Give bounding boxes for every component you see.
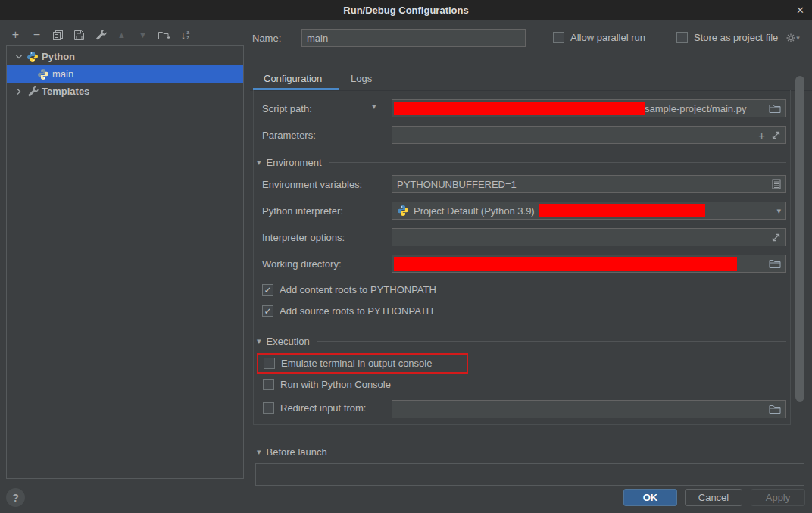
python-interpreter-value: Project Default (Python 3.9) — [414, 205, 535, 217]
dropdown-arrow-icon[interactable]: ▾ — [776, 206, 781, 216]
minus-icon: − — [33, 29, 40, 41]
add-source-roots-label: Add source roots to PYTHONPATH — [280, 305, 433, 317]
python-icon — [397, 205, 409, 217]
question-mark-icon: ? — [12, 492, 19, 504]
add-content-roots-label: Add content roots to PYTHONPATH — [280, 284, 436, 296]
plus-icon: + — [12, 29, 19, 41]
save-configuration-button[interactable] — [73, 28, 86, 42]
redirect-input-path-input[interactable] — [392, 400, 786, 418]
environment-variables-value: PYTHONUNBUFFERED=1 — [397, 179, 517, 190]
help-button[interactable]: ? — [6, 488, 25, 507]
sort-az-icon: ↓ az — [181, 30, 189, 40]
tree-item-label: Python — [42, 51, 75, 62]
close-icon[interactable]: ✕ — [796, 0, 804, 20]
add-macro-icon[interactable]: + — [758, 129, 765, 142]
execution-section-label: Execution — [267, 336, 310, 347]
script-path-dropdown-icon[interactable]: ▾ — [372, 102, 376, 111]
arrow-up-icon: ▲ — [117, 31, 126, 39]
vertical-scrollbar[interactable] — [795, 76, 804, 402]
redaction-overlay — [394, 257, 737, 271]
checkbox-unchecked[interactable] — [676, 32, 688, 43]
checkbox-unchecked[interactable] — [263, 379, 274, 390]
before-launch-panel[interactable] — [255, 463, 804, 486]
expand-icon[interactable] — [771, 130, 781, 140]
edit-variables-icon[interactable] — [772, 179, 781, 189]
ok-button[interactable]: OK — [623, 489, 677, 506]
title-bar: Run/Debug Configurations ✕ — [0, 0, 812, 20]
check-icon: ✓ — [264, 285, 271, 296]
tree-item-main[interactable]: main — [7, 65, 243, 83]
name-value: main — [307, 33, 328, 44]
checkbox-unchecked[interactable] — [553, 32, 564, 43]
highlight-annotation: Emulate terminal in output console — [257, 353, 468, 374]
name-input[interactable]: main — [301, 29, 526, 47]
apply-button-label: Apply — [766, 492, 791, 503]
section-divider — [317, 341, 786, 342]
store-as-project-file-checkbox-row[interactable]: Store as project file ▾ — [676, 32, 800, 43]
move-down-button[interactable]: ▼ — [136, 28, 149, 42]
chevron-right-icon — [14, 87, 23, 96]
tree-item-label: Templates — [42, 86, 89, 97]
tab-configuration[interactable]: Configuration — [264, 73, 322, 84]
interpreter-options-input[interactable] — [392, 228, 786, 246]
script-path-value: sample-project/main.py — [645, 103, 746, 114]
working-directory-label: Working directory: — [262, 258, 342, 270]
configurations-tree: Python main Templates — [6, 45, 244, 479]
tree-item-python[interactable]: Python — [7, 48, 243, 65]
environment-section-header[interactable]: ▾ Environment — [257, 157, 786, 168]
tree-item-label: main — [52, 68, 73, 80]
edit-templates-button[interactable] — [94, 28, 107, 42]
execution-section-header[interactable]: ▾ Execution — [257, 336, 786, 347]
collapse-arrow-icon: ▾ — [257, 336, 261, 346]
run-python-console-label: Run with Python Console — [280, 379, 391, 390]
list-glyph — [772, 179, 781, 189]
python-icon — [27, 51, 39, 63]
add-content-roots-checkbox-row[interactable]: ✓ Add content roots to PYTHONPATH — [262, 284, 436, 296]
browse-folder-icon[interactable] — [769, 104, 781, 114]
apply-button[interactable]: Apply — [751, 489, 805, 506]
working-directory-input[interactable] — [392, 255, 786, 273]
emulate-terminal-checkbox[interactable] — [264, 358, 275, 369]
save-icon — [73, 30, 85, 41]
section-divider — [335, 452, 804, 452]
add-source-roots-checkbox-row[interactable]: ✓ Add source roots to PYTHONPATH — [262, 305, 433, 317]
redirect-input-checkbox-row[interactable]: Redirect input from: — [263, 402, 366, 414]
sort-configurations-button[interactable]: ↓ az — [179, 28, 192, 42]
wrench-icon — [95, 29, 107, 41]
folder-glyph — [769, 259, 781, 269]
move-up-button[interactable]: ▲ — [115, 28, 128, 42]
before-launch-section-label: Before launch — [267, 446, 327, 458]
collapse-arrow-icon: ▾ — [257, 447, 261, 457]
script-path-input[interactable]: sample-project/main.py — [392, 99, 786, 117]
run-python-console-checkbox-row[interactable]: Run with Python Console — [263, 379, 391, 390]
before-launch-section-header[interactable]: ▾ Before launch — [257, 446, 804, 458]
new-folder-button[interactable] — [158, 28, 170, 42]
folder-glyph — [769, 104, 781, 114]
folder-plus-icon — [158, 30, 170, 41]
python-interpreter-select[interactable]: Project Default (Python 3.9) ▾ — [392, 202, 786, 220]
tab-logs[interactable]: Logs — [351, 73, 372, 84]
checkbox-checked[interactable]: ✓ — [262, 284, 273, 296]
copy-icon — [52, 30, 64, 41]
arrow-down-icon: ▼ — [139, 31, 147, 39]
expand-icon[interactable] — [771, 233, 781, 242]
add-configuration-button[interactable]: + — [9, 28, 22, 42]
tree-item-templates[interactable]: Templates — [7, 83, 243, 100]
cancel-button[interactable]: Cancel — [685, 489, 742, 506]
gear-icon[interactable]: ▾ — [785, 33, 800, 43]
remove-configuration-button[interactable]: − — [30, 28, 43, 42]
redaction-overlay — [394, 102, 645, 115]
wrench-icon — [27, 86, 39, 98]
checkbox-checked[interactable]: ✓ — [262, 305, 273, 317]
allow-parallel-run-checkbox-row[interactable]: Allow parallel run — [553, 32, 645, 43]
name-label: Name: — [252, 33, 281, 44]
section-divider — [329, 162, 786, 163]
copy-configuration-button[interactable] — [52, 28, 64, 42]
store-as-project-file-label: Store as project file — [694, 32, 778, 43]
interpreter-options-label: Interpreter options: — [262, 232, 345, 243]
browse-folder-icon[interactable] — [769, 259, 781, 269]
parameters-input[interactable]: + — [392, 126, 786, 144]
checkbox-unchecked[interactable] — [263, 402, 274, 414]
environment-variables-input[interactable]: PYTHONUNBUFFERED=1 — [392, 175, 786, 193]
browse-folder-icon[interactable] — [769, 405, 781, 414]
